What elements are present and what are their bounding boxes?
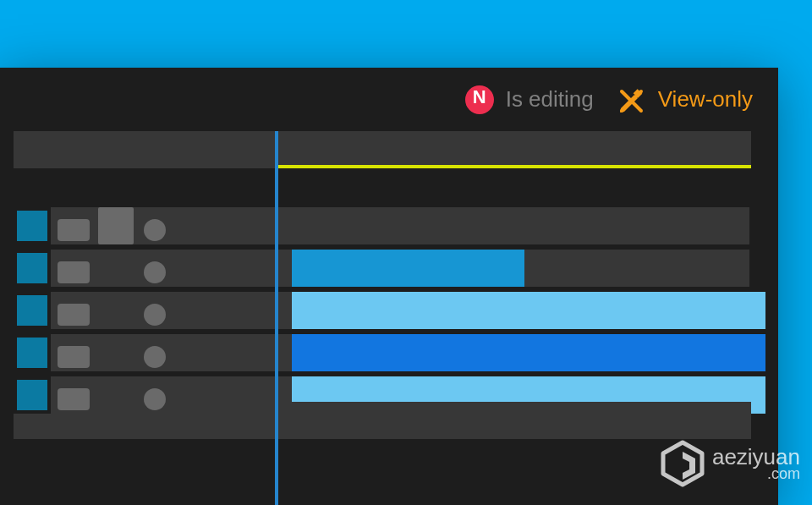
track-toggle-chip[interactable] xyxy=(58,261,90,283)
bottom-strip xyxy=(14,402,751,439)
track-row[interactable] xyxy=(14,250,778,287)
track-color-swatch[interactable] xyxy=(14,250,51,287)
track-body[interactable] xyxy=(261,250,778,287)
clip[interactable] xyxy=(292,250,524,287)
track-color-swatch[interactable] xyxy=(14,292,51,329)
track-toggle-chip[interactable] xyxy=(58,304,90,326)
work-area-indicator xyxy=(278,165,751,168)
track-toggle-chip[interactable] xyxy=(58,219,90,241)
track-indicator-dot[interactable] xyxy=(144,219,166,241)
timeline-area xyxy=(0,131,778,414)
track-row[interactable] xyxy=(14,334,778,371)
track-body[interactable] xyxy=(261,334,778,371)
clip[interactable] xyxy=(292,292,765,329)
timeline-ruler[interactable] xyxy=(14,131,751,168)
view-only-pencil-icon xyxy=(616,85,646,115)
clip[interactable] xyxy=(292,334,765,371)
track-toggle-large[interactable] xyxy=(98,207,134,244)
track-header xyxy=(14,334,261,371)
playhead[interactable] xyxy=(275,131,278,505)
watermark: aeziyuan .com xyxy=(658,439,800,488)
track-indicator-dot[interactable] xyxy=(144,261,166,283)
track-row[interactable] xyxy=(14,292,778,329)
hexagon-logo-icon xyxy=(658,439,707,488)
track-color-swatch[interactable] xyxy=(14,376,51,414)
top-toolbar: N Is editing View-only xyxy=(0,68,778,131)
editor-avatar[interactable]: N xyxy=(465,85,494,114)
track-header xyxy=(14,292,261,329)
track-indicator-dot[interactable] xyxy=(144,346,166,368)
track-indicator-dot[interactable] xyxy=(144,388,166,410)
track-indicator-dot[interactable] xyxy=(144,304,166,326)
track-toggle-chip[interactable] xyxy=(58,388,90,410)
track-header xyxy=(14,207,261,244)
track-color-swatch[interactable] xyxy=(14,207,51,244)
tracks-list xyxy=(14,207,778,414)
track-color-swatch[interactable] xyxy=(14,334,51,371)
track-header xyxy=(14,250,261,287)
track-body[interactable] xyxy=(261,207,778,244)
track-row[interactable] xyxy=(14,207,778,244)
svg-marker-4 xyxy=(683,452,695,480)
track-toggle-chip[interactable] xyxy=(58,346,90,368)
view-only-label[interactable]: View-only xyxy=(658,86,753,113)
editing-status-label: Is editing xyxy=(506,86,594,113)
track-body[interactable] xyxy=(261,292,778,329)
